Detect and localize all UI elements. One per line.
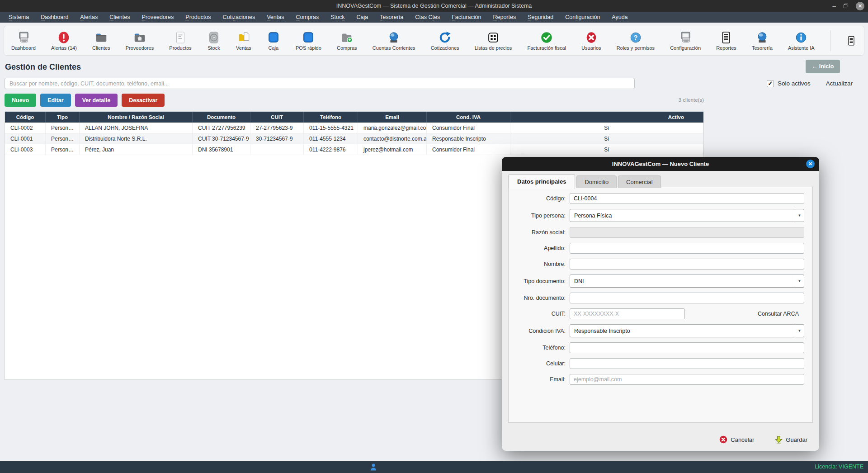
tipo-persona-selected-value: Persona Física bbox=[570, 213, 795, 219]
toolbar-item-configuracion[interactable]: Configuración bbox=[670, 31, 701, 51]
toolbar-item-caja[interactable]: Caja bbox=[267, 31, 280, 51]
toolbar-item-dashboard[interactable]: Dashboard bbox=[11, 31, 36, 51]
column-header-cuit[interactable]: CUIT bbox=[250, 112, 304, 123]
menu-item-ayuda[interactable]: Ayuda bbox=[606, 13, 633, 22]
codigo-field[interactable] bbox=[570, 193, 804, 204]
tipo-documento-select[interactable]: DNI▼ bbox=[570, 274, 804, 288]
toolbar-item-asistente-ia[interactable]: Asistente IA bbox=[788, 31, 815, 51]
restore-icon[interactable] bbox=[843, 3, 849, 9]
toolbar-item-clientes[interactable]: Clientes bbox=[92, 31, 110, 51]
nombre-field[interactable] bbox=[570, 259, 804, 270]
menu-item-stock[interactable]: Stock bbox=[325, 13, 350, 22]
table-row[interactable]: CLI-0001Person…Distribuidora Norte S.R.L… bbox=[5, 133, 703, 144]
toolbar-item-usuarios[interactable]: Usuarios bbox=[581, 31, 601, 51]
toolbar-item-stock[interactable]: Stock bbox=[207, 31, 221, 51]
tab-domicilio[interactable]: Domicilio bbox=[576, 175, 617, 188]
chevron-down-icon[interactable]: ▼ bbox=[795, 209, 804, 222]
question-circle-icon: ? bbox=[629, 31, 642, 44]
menu-item-caja[interactable]: Caja bbox=[350, 13, 374, 22]
page-title: Gestión de Clientes bbox=[5, 62, 81, 72]
column-header-cond_iva[interactable]: Cond. IVA bbox=[427, 112, 510, 123]
toolbar-separator bbox=[830, 30, 830, 51]
row-count: 3 cliente(s) bbox=[679, 97, 704, 103]
toolbar-item-productos[interactable]: Productos bbox=[169, 31, 192, 51]
user-person-icon bbox=[370, 463, 377, 471]
toolbar-item-ventas[interactable]: Ventas bbox=[236, 31, 251, 51]
menu-item-alertas[interactable]: Alertas bbox=[74, 13, 104, 22]
menu-item-sistema[interactable]: Sistema bbox=[3, 13, 35, 22]
guardar-button[interactable]: Guardar bbox=[775, 435, 807, 444]
inicio-button[interactable]: ← Inicio bbox=[806, 60, 840, 73]
menu-item-configuraci-n[interactable]: Configuración bbox=[559, 13, 606, 22]
menu-item-cotizaciones[interactable]: Cotizaciones bbox=[217, 13, 261, 22]
chevron-down-icon[interactable]: ▼ bbox=[795, 275, 804, 287]
toolbar-item-label: Compras bbox=[337, 45, 357, 51]
close-icon[interactable]: ✕ bbox=[856, 2, 864, 10]
telefono-field[interactable] bbox=[570, 342, 804, 353]
menu-item-proveedores[interactable]: Proveedores bbox=[136, 13, 179, 22]
tipo-documento-label: Tipo documento: bbox=[512, 278, 566, 284]
toolbar-item-pos-rapido[interactable]: POS rápido bbox=[296, 31, 321, 51]
cell-activo: Sí bbox=[510, 133, 703, 144]
email-field[interactable] bbox=[570, 374, 804, 385]
column-header-codigo[interactable]: Código bbox=[5, 112, 46, 123]
column-header-activo[interactable]: Activo bbox=[510, 112, 703, 123]
menu-item-productos[interactable]: Productos bbox=[179, 13, 217, 22]
condicion-iva-select[interactable]: Responsable Inscripto▼ bbox=[570, 324, 804, 337]
minimize-icon[interactable]: – bbox=[832, 4, 836, 8]
checkbox-checked-icon[interactable]: ✓ bbox=[767, 80, 774, 87]
toolbar-item-tesoreria[interactable]: Tesorería bbox=[752, 31, 773, 51]
chevron-down-icon[interactable]: ▼ bbox=[795, 325, 804, 337]
toolbar-item-overflow[interactable] bbox=[846, 35, 857, 46]
column-header-documento[interactable]: Documento bbox=[193, 112, 250, 123]
toolbar-item-facturacion-fiscal[interactable]: Facturación fiscal bbox=[527, 31, 566, 51]
column-header-telefono[interactable]: Teléfono bbox=[304, 112, 358, 123]
tab-datos-principales[interactable]: Datos principales bbox=[508, 174, 575, 189]
toolbar-item-alertas[interactable]: Alertas (14) bbox=[51, 31, 77, 51]
menu-item-clientes[interactable]: Clientes bbox=[104, 13, 136, 22]
menu-item-ventas[interactable]: Ventas bbox=[261, 13, 290, 22]
solo-activos-checkbox-group[interactable]: ✓ Solo activos bbox=[767, 80, 811, 87]
ver-detalle-button[interactable]: Ver detalle bbox=[75, 94, 118, 107]
toolbar-item-label: Usuarios bbox=[581, 45, 601, 51]
search-input[interactable] bbox=[5, 78, 635, 89]
toolbar-item-cotizaciones[interactable]: Cotizaciones bbox=[431, 31, 459, 51]
toolbar-item-roles-y-permisos[interactable]: ?Roles y permisos bbox=[617, 31, 655, 51]
telefono-label: Teléfono: bbox=[512, 345, 566, 351]
apellido-field[interactable] bbox=[570, 243, 804, 254]
menu-item-facturaci-n[interactable]: Facturación bbox=[446, 13, 487, 22]
column-header-tipo[interactable]: Tipo bbox=[46, 112, 80, 123]
toolbar-item-label: Proveedores bbox=[126, 45, 154, 51]
menu-item-compras[interactable]: Compras bbox=[290, 13, 325, 22]
table-row[interactable]: CLI-0003Person…Pérez, JuanDNI 3567890101… bbox=[5, 144, 703, 155]
cuit-field[interactable] bbox=[570, 308, 685, 319]
menu-item-ctas-ctes[interactable]: Ctas Ctes bbox=[409, 13, 446, 22]
form-row-apellido: Apellido: bbox=[512, 243, 804, 254]
tab-comercial[interactable]: Comercial bbox=[618, 175, 661, 188]
blue-app-icon bbox=[267, 31, 280, 44]
nuevo-button[interactable]: Nuevo bbox=[5, 94, 36, 107]
toolbar-item-cuentas-corrientes[interactable]: Cuentas Corrientes bbox=[373, 31, 415, 51]
toolbar-item-reportes[interactable]: Reportes bbox=[716, 31, 736, 51]
toolbar-item-proveedores[interactable]: Proveedores bbox=[126, 31, 154, 51]
toolbar-item-label: Roles y permisos bbox=[617, 45, 655, 51]
menu-item-tesorer-a[interactable]: Tesorería bbox=[374, 13, 409, 22]
nro-documento-field[interactable] bbox=[570, 293, 804, 303]
actualizar-button[interactable]: Actualizar bbox=[826, 80, 853, 87]
table-row[interactable]: CLI-0002Person…ALLAN JOHN, JOSEFINACUIT … bbox=[5, 123, 703, 133]
toolbar-item-listas-de-precios[interactable]: Listas de precios bbox=[475, 31, 512, 51]
dialog-close-icon[interactable]: ✕ bbox=[806, 160, 815, 168]
editar-button[interactable]: Editar bbox=[40, 94, 71, 107]
menu-item-reportes[interactable]: Reportes bbox=[487, 13, 522, 22]
cell-documento: CUIT 30-71234567-9 bbox=[193, 133, 250, 144]
menu-item-dashboard[interactable]: Dashboard bbox=[35, 13, 74, 22]
menu-item-seguridad[interactable]: Seguridad bbox=[522, 13, 559, 22]
column-header-email[interactable]: Email bbox=[358, 112, 427, 123]
consultar-arca-button[interactable]: Consultar ARCA bbox=[758, 311, 799, 317]
desactivar-button[interactable]: Desactivar bbox=[122, 94, 165, 107]
tipo-persona-select[interactable]: Persona Física▼ bbox=[570, 209, 804, 222]
cancelar-button[interactable]: Cancelar bbox=[719, 435, 754, 444]
celular-field[interactable] bbox=[570, 358, 804, 369]
toolbar-item-compras[interactable]: Compras bbox=[337, 31, 357, 51]
column-header-nombre[interactable]: Nombre / Razón Social bbox=[80, 112, 193, 123]
